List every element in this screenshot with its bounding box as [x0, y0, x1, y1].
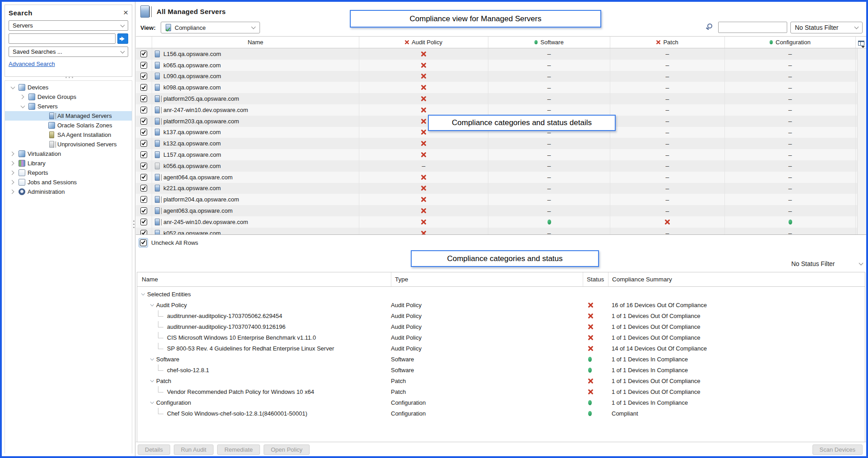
column-header-configuration[interactable]: Configuration	[724, 37, 855, 48]
column-header-software[interactable]: Software	[488, 37, 610, 48]
table-row[interactable]: anr-245-win10.dev.opsware.com	[136, 216, 866, 228]
details-row-auditrunner-auditpolicy-1703705062-62945[interactable]: auditrunner-auditpolicy-1703705062.62945…	[137, 310, 865, 321]
chevron-right-icon[interactable]	[10, 180, 14, 185]
scan-devices-button[interactable]: Scan Devices	[812, 444, 863, 455]
uncheck-all-checkbox[interactable]	[140, 239, 147, 246]
run-audit-button[interactable]: Run Audit	[174, 444, 214, 455]
table-row[interactable]: agent064.qa.opsware.com–––	[136, 172, 866, 183]
search-category-select[interactable]: Servers	[9, 20, 128, 31]
remediate-button[interactable]: Remediate	[217, 444, 260, 455]
sidebar-item-sa-agent-installation[interactable]: SA Agent Installation	[5, 130, 132, 140]
panel-resize-handle[interactable]	[69, 77, 70, 78]
view-select[interactable]: Compliance	[161, 22, 260, 33]
sidebar-item-library[interactable]: Library	[5, 159, 132, 168]
sidebar-splitter-handle[interactable]	[133, 220, 135, 222]
chevron-down-icon[interactable]	[150, 356, 154, 360]
details-status-header[interactable]: Status	[583, 272, 608, 286]
table-row[interactable]: k098.qa.opsware.com–––	[136, 82, 866, 93]
row-checkbox[interactable]	[140, 196, 147, 203]
sidebar-item-device-groups[interactable]: Device Groups	[5, 92, 132, 102]
details-button[interactable]: Details	[138, 444, 170, 455]
row-checkbox[interactable]	[140, 118, 147, 125]
row-checkbox[interactable]	[140, 151, 147, 158]
status-cell: –	[488, 60, 610, 71]
open-policy-button[interactable]: Open Policy	[264, 444, 310, 455]
table-row[interactable]: L156.qa.opsware.com–––	[136, 48, 866, 60]
row-checkbox[interactable]	[140, 107, 147, 113]
details-row-cis-microsoft-windows-10-enterprise-benc[interactable]: CIS Microsoft Windows 10 Enterprise Benc…	[137, 332, 865, 343]
advanced-search-link[interactable]: Advanced Search	[9, 61, 55, 67]
sidebar-item-devices[interactable]: Devices	[5, 83, 132, 92]
table-row[interactable]: k065.qa.opsware.com–––	[136, 60, 866, 71]
row-checkbox[interactable]	[140, 207, 147, 214]
details-row-sp-800-53-rev-4-guidelines-for-redhat-en[interactable]: SP 800-53 Rev. 4 Guidelines for Redhat E…	[137, 343, 865, 354]
sidebar-item-oracle-solaris-zones[interactable]: Oracle Solaris Zones	[5, 121, 132, 130]
details-row-selected-entities[interactable]: Selected Entities	[137, 289, 865, 299]
table-row[interactable]: platform205.qa.opsware.com–––	[136, 93, 866, 104]
details-row-patch[interactable]: PatchPatch1 of 1 Devices Out Of Complian…	[137, 375, 865, 386]
column-header-audit-policy[interactable]: Audit Policy	[359, 37, 488, 48]
no-status-dash: –	[789, 106, 792, 113]
table-row[interactable]: k221.qa.opsware.com–––	[136, 183, 866, 194]
sidebar-item-servers[interactable]: Servers	[5, 102, 132, 111]
status-filter-select[interactable]: No Status Filter	[790, 22, 863, 33]
chevron-right-icon[interactable]	[10, 171, 14, 175]
table-row[interactable]: L090.qa.opsware.com–––	[136, 71, 866, 82]
details-row-audit-policy[interactable]: Audit PolicyAudit Policy16 of 16 Devices…	[137, 299, 865, 310]
chevron-down-icon[interactable]	[21, 103, 25, 108]
sidebar-item-virtualization[interactable]: Virtualization	[5, 149, 132, 159]
row-checkbox[interactable]	[140, 62, 147, 69]
details-status-filter-select[interactable]: No Status Filter	[791, 260, 863, 267]
details-type-header[interactable]: Type	[391, 272, 583, 286]
row-checkbox[interactable]	[140, 95, 147, 102]
details-row-vendor-recommended-patch-policy-for-wind[interactable]: Vendor Recommended Patch Policy for Wind…	[137, 386, 865, 397]
details-row-chef-solo-12-8-1[interactable]: chef-solo-12.8.1Software1 of 1 Devices I…	[137, 365, 865, 375]
row-checkbox[interactable]	[140, 73, 147, 79]
details-row-software[interactable]: SoftwareSoftware1 of 1 Devices In Compli…	[137, 354, 865, 365]
details-row-configuration[interactable]: ConfigurationConfiguration1 of 1 Devices…	[137, 397, 865, 408]
row-checkbox[interactable]	[140, 140, 147, 147]
row-checkbox[interactable]	[140, 174, 147, 181]
saved-searches-select[interactable]: Saved Searches ...	[9, 47, 128, 57]
column-selector-icon[interactable]	[858, 41, 864, 46]
table-filter-input[interactable]	[718, 22, 787, 33]
table-row[interactable]: agent063.qa.opsware.com–––	[136, 205, 866, 216]
chevron-down-icon[interactable]	[11, 84, 15, 89]
details-row-auditrunner-auditpolicy-1703707400-91261[interactable]: auditrunner-auditpolicy-1703707400.91261…	[137, 321, 865, 332]
table-row[interactable]: k052.qa.opsware.com–––	[136, 228, 866, 235]
column-header-patch[interactable]: Patch	[610, 37, 724, 48]
sidebar-item-unprovisioned-servers[interactable]: Unprovisioned Servers	[5, 140, 132, 149]
row-checkbox[interactable]	[140, 185, 147, 192]
search-input[interactable]	[9, 33, 116, 44]
row-checkbox[interactable]	[140, 129, 147, 136]
table-row[interactable]: L157.qa.opsware.com–––	[136, 149, 866, 160]
sidebar-item-all-managed-servers[interactable]: All Managed Servers	[5, 111, 132, 121]
chevron-right-icon[interactable]	[10, 190, 14, 194]
sidebar-item-jobs-and-sessions[interactable]: Jobs and Sessions	[5, 178, 132, 187]
row-checkbox[interactable]	[140, 163, 147, 169]
chevron-right-icon[interactable]	[10, 161, 14, 166]
vertical-scrollbar[interactable]	[857, 48, 866, 234]
chevron-right-icon[interactable]	[10, 152, 14, 156]
details-row-chef-solo-windows-chef-solo-12-8-1-84600[interactable]: Chef Solo Windows-chef-solo-12.8.1(84600…	[137, 408, 865, 419]
row-checkbox[interactable]	[140, 51, 147, 57]
details-summary-header[interactable]: Compliance Summary	[608, 272, 865, 286]
chevron-down-icon[interactable]	[141, 291, 145, 295]
name-column-header[interactable]: Name	[152, 37, 359, 48]
table-row[interactable]: k056.qa.opsware.com––––	[136, 160, 866, 172]
table-row[interactable]: anr-247-win10.dev.opsware.com–––	[136, 104, 866, 116]
row-checkbox[interactable]	[140, 219, 147, 225]
sidebar-item-reports[interactable]: Reports	[5, 168, 132, 178]
row-checkbox[interactable]	[140, 84, 147, 91]
sidebar-item-administration[interactable]: Administration	[5, 187, 132, 196]
chevron-down-icon[interactable]	[150, 302, 154, 306]
chevron-down-icon[interactable]	[150, 378, 154, 382]
chevron-right-icon[interactable]	[20, 95, 24, 99]
row-checkbox[interactable]	[140, 230, 147, 235]
table-row[interactable]: k132.qa.opsware.com–––	[136, 138, 866, 149]
chevron-down-icon[interactable]	[150, 400, 154, 403]
close-icon[interactable]: ×	[123, 9, 128, 17]
details-name-header[interactable]: Name	[137, 272, 391, 286]
search-go-button[interactable]	[117, 33, 128, 44]
table-row[interactable]: platform204.qa.opsware.com–––	[136, 194, 866, 205]
